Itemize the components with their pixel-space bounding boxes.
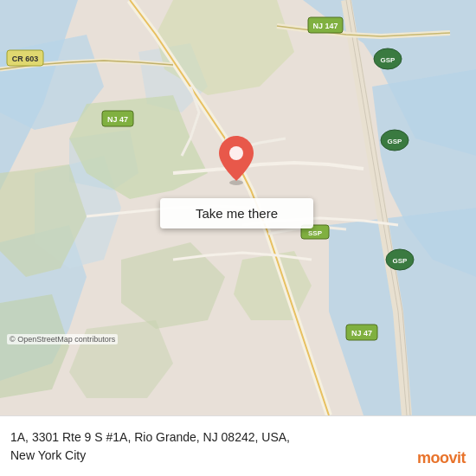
address-text: 1A, 3301 Rte 9 S #1A, Rio Grande, NJ 082… (10, 428, 466, 465)
road-label-gsp3: GSP (393, 257, 408, 265)
osm-credit: © OpenStreetMap contributors (7, 334, 118, 344)
take-me-there-button[interactable]: Take me there (160, 198, 313, 228)
address-line2: New York City (10, 448, 86, 462)
road-label-ssp: SSP (308, 229, 323, 237)
road-label-gsp1: GSP (381, 56, 396, 64)
moovit-logo: moovit (417, 449, 466, 467)
road-label-nj147: NJ 147 (312, 22, 338, 30)
bottom-bar: 1A, 3301 Rte 9 S #1A, Rio Grande, NJ 082… (0, 415, 476, 476)
map-container: CR 603 NJ 47 NJ 147 GSP GSP GSP NJ 47 SS… (0, 0, 476, 415)
location-pin (215, 134, 258, 186)
brand-container: moovit (417, 449, 466, 467)
road-label-gsp2: GSP (388, 138, 403, 145)
road-label-cr603: CR 603 (12, 55, 39, 63)
svg-point-10 (229, 146, 243, 160)
address-line1: 1A, 3301 Rte 9 S #1A, Rio Grande, NJ 082… (10, 430, 290, 444)
road-label-nj47: NJ 47 (107, 115, 128, 124)
road-label-nj47-right: NJ 47 (351, 329, 372, 338)
